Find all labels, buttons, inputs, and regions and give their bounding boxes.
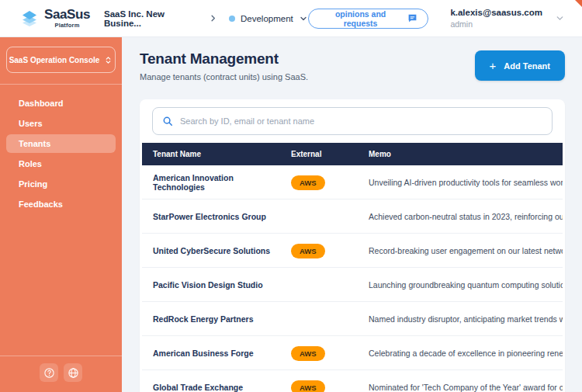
logo-subtitle: Platform: [55, 22, 80, 29]
main-content: Tenant Management Manage tenants (contra…: [122, 37, 582, 392]
aws-badge: AWS: [291, 380, 325, 392]
logo-title: SaaSus: [44, 8, 90, 21]
help-icon: [43, 367, 55, 379]
tenant-table-body: American Innovation TechnologiesAWSUnvei…: [142, 165, 563, 392]
saasus-logo-icon: [20, 9, 39, 28]
tenant-name-cell: American Business Forge: [153, 349, 291, 358]
cursor-artifact: [575, 0, 582, 7]
chat-bubble-icon: [407, 13, 417, 23]
table-header-row: Tenant Name External Memo: [142, 143, 563, 165]
sidebar-item-roles[interactable]: Roles: [6, 154, 116, 173]
language-button[interactable]: [64, 363, 82, 382]
page-subtitle: Manage tenants (contract units) using Sa…: [140, 72, 308, 82]
help-button[interactable]: [40, 363, 58, 382]
tenant-name-cell: RedRock Energy Partners: [153, 314, 291, 324]
environment-label: Development: [241, 14, 293, 23]
memo-cell: Record-breaking user engagement on our l…: [369, 246, 563, 255]
search-input[interactable]: [180, 116, 542, 126]
tenant-name-cell: Global Trade Exchange: [153, 383, 291, 392]
memo-cell: Celebrating a decade of excellence in pi…: [369, 349, 563, 358]
memo-cell: Launching groundbreaking quantum computi…: [369, 280, 563, 290]
aws-badge: AWS: [291, 346, 325, 361]
aws-badge: AWS: [291, 175, 325, 190]
memo-cell: Named industry disruptor, anticipating m…: [369, 314, 563, 324]
chevron-down-icon: [555, 13, 565, 23]
sidebar-item-tenants[interactable]: Tenants: [6, 134, 116, 153]
breadcrumb: SaaS Inc. New Busine... Development: [104, 9, 308, 28]
aws-badge: AWS: [291, 244, 325, 258]
column-header-external: External: [291, 150, 369, 158]
memo-cell: Nominated for 'Tech Company of the Year'…: [369, 383, 563, 392]
table-row[interactable]: American Business ForgeAWSCelebrating a …: [142, 336, 563, 370]
console-selector[interactable]: SaaS Operation Console: [6, 47, 116, 73]
tenant-name-cell: United CyberSecure Solutions: [153, 246, 291, 255]
memo-cell: Achieved carbon-neutral status in 2023, …: [369, 212, 563, 221]
saasus-logo[interactable]: SaaSus Platform: [20, 8, 90, 29]
environment-selector[interactable]: Development: [229, 14, 308, 23]
breadcrumb-org[interactable]: SaaS Inc. New Busine...: [104, 9, 197, 28]
add-tenant-label: Add Tenant: [504, 61, 550, 71]
tenant-name-cell: Pacific Vision Design Studio: [153, 280, 291, 290]
page-title: Tenant Management: [140, 50, 308, 68]
column-header-memo: Memo: [369, 150, 563, 158]
sidebar-item-dashboard[interactable]: Dashboard: [6, 94, 116, 113]
user-email: k.alexis@saasus.com: [450, 8, 542, 18]
table-row[interactable]: Global Trade ExchangeAWSNominated for 'T…: [142, 370, 563, 392]
table-row[interactable]: United CyberSecure SolutionsAWSRecord-br…: [142, 234, 563, 268]
unfold-icon: [104, 56, 113, 64]
top-header: SaaSus Platform SaaS Inc. New Busine... …: [0, 0, 582, 37]
external-cell: AWS: [291, 243, 369, 258]
user-role: admin: [450, 19, 473, 29]
sidebar: SaaS Operation Console DashboardUsersTen…: [0, 37, 122, 392]
add-tenant-button[interactable]: + Add Tenant: [475, 50, 565, 81]
tenant-name-cell: StarPower Electronics Group: [153, 212, 291, 221]
external-cell: AWS: [291, 175, 369, 190]
table-row[interactable]: StarPower Electronics GroupAchieved carb…: [142, 199, 563, 234]
tenant-table: Tenant Name External Memo American Innov…: [142, 143, 563, 392]
chevron-right-icon: [209, 14, 217, 23]
search-icon: [162, 116, 173, 127]
feedback-button-label: opinions and requests: [319, 9, 403, 28]
opinions-requests-button[interactable]: opinions and requests: [308, 9, 429, 29]
sidebar-nav: DashboardUsersTenantsRolesPricingFeedbac…: [0, 85, 122, 213]
plus-icon: +: [490, 60, 497, 71]
memo-cell: Unveiling AI-driven productivity tools f…: [369, 178, 563, 187]
table-row[interactable]: RedRock Energy PartnersNamed industry di…: [142, 302, 563, 336]
column-header-tenant-name: Tenant Name: [153, 150, 291, 158]
chevron-down-icon: [299, 14, 308, 23]
table-row[interactable]: Pacific Vision Design StudioLaunching gr…: [142, 268, 563, 302]
tenant-name-cell: American Innovation Technologies: [153, 173, 291, 192]
external-cell: AWS: [291, 380, 369, 392]
sidebar-footer: [0, 356, 122, 392]
sidebar-item-feedbacks[interactable]: Feedbacks: [6, 195, 116, 213]
console-selector-label: SaaS Operation Console: [9, 56, 100, 64]
tenant-card: Tenant Name External Memo American Innov…: [140, 99, 565, 392]
search-box: [152, 107, 553, 135]
external-cell: AWS: [291, 345, 369, 361]
globe-icon: [68, 367, 79, 379]
environment-dot: [229, 16, 235, 22]
sidebar-item-pricing[interactable]: Pricing: [6, 175, 116, 193]
sidebar-item-users[interactable]: Users: [6, 114, 116, 133]
user-menu[interactable]: k.alexis@saasus.com admin: [450, 8, 565, 29]
table-row[interactable]: American Innovation TechnologiesAWSUnvei…: [142, 165, 563, 199]
